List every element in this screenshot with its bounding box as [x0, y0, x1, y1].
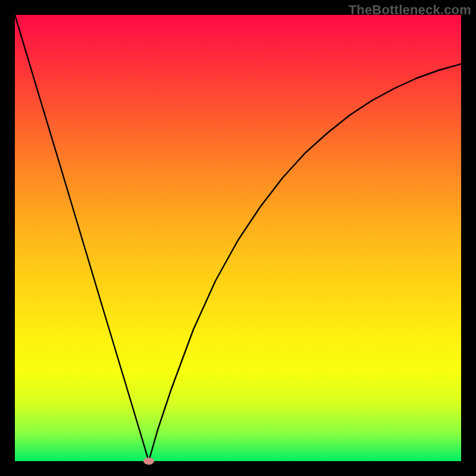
curve-minimum-marker — [143, 458, 154, 465]
chart-plot-area — [15, 15, 461, 461]
bottleneck-curve — [15, 15, 461, 461]
chart-curve-svg — [15, 15, 461, 461]
watermark-text: TheBottleneck.com — [349, 2, 471, 18]
